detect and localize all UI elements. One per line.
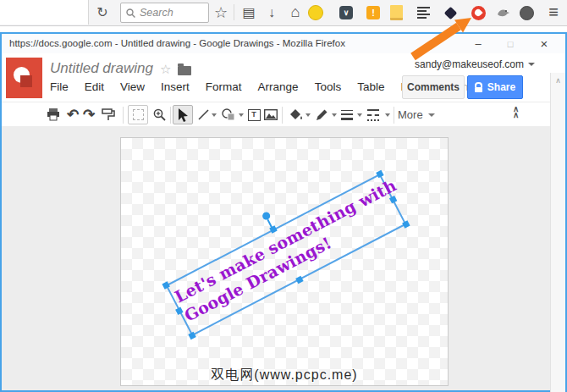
line-color-button[interactable] xyxy=(311,105,332,124)
toolbar-separator xyxy=(123,107,124,124)
line-tool-dropdown[interactable] xyxy=(212,113,217,117)
fill-color-button[interactable] xyxy=(286,105,306,124)
alert-icon: ! xyxy=(366,6,380,19)
addon-inkscape-button[interactable] xyxy=(442,5,459,20)
bird-icon xyxy=(497,7,510,19)
hamburger-menu-button[interactable]: ≡ xyxy=(542,0,565,25)
move-to-folder-icon[interactable] xyxy=(178,66,191,75)
toolbar-separator xyxy=(282,107,283,124)
bookmarks-menu-button[interactable]: ▤ xyxy=(238,0,260,25)
addon-notes-button[interactable] xyxy=(388,5,405,20)
addon-reader-button[interactable] xyxy=(415,5,432,20)
account-menu[interactable]: sandy@makeuseof.com xyxy=(415,58,535,70)
star-icon: ☆ xyxy=(214,3,228,22)
share-button[interactable]: Share xyxy=(467,75,523,99)
shape-tool-button[interactable] xyxy=(218,105,239,124)
resize-handle[interactable] xyxy=(188,332,195,340)
star-document-icon[interactable]: ☆ xyxy=(160,62,171,77)
line-dash-dropdown[interactable] xyxy=(385,113,390,117)
minimize-button[interactable]: – xyxy=(465,34,491,53)
download-icon: ↓ xyxy=(268,5,275,20)
line-weight-dropdown[interactable] xyxy=(357,113,362,117)
print-button[interactable] xyxy=(43,105,63,124)
addon-adblock-button[interactable] xyxy=(518,5,535,20)
inkscape-icon xyxy=(443,6,457,19)
screenshot-root: ↻ Search ☆ ▤ ↓ ⌂ ∨ ! xyxy=(0,0,567,392)
maximize-button[interactable]: □ xyxy=(498,34,523,53)
share-label: Share xyxy=(487,81,515,93)
reload-button[interactable]: ↻ xyxy=(90,0,115,25)
menu-insert[interactable]: Insert xyxy=(161,80,190,93)
menu-edit[interactable]: Edit xyxy=(85,80,104,93)
bookmark-star-button[interactable]: ☆ xyxy=(210,0,232,25)
comments-button[interactable]: Comments xyxy=(402,75,465,99)
downloads-button[interactable]: ↓ xyxy=(260,0,284,25)
line-tool-button[interactable] xyxy=(193,105,213,124)
paint-format-button[interactable] xyxy=(98,105,118,124)
more-button[interactable]: More xyxy=(398,105,435,124)
page-scrollbar[interactable]: ∧ ∨ xyxy=(550,73,565,392)
menu-table[interactable]: Table xyxy=(357,80,384,93)
toolbar-separator xyxy=(170,107,171,124)
close-button[interactable]: × xyxy=(531,34,557,53)
insert-image-button[interactable] xyxy=(261,105,281,124)
addon-bird-button[interactable] xyxy=(495,5,512,20)
redo-icon: ↷ xyxy=(83,108,95,122)
lock-icon xyxy=(475,82,482,92)
resize-handle[interactable] xyxy=(295,276,303,284)
chevron-down-icon xyxy=(428,113,435,117)
text-line-1: Let's make something with xyxy=(171,179,391,307)
addon-hola-button[interactable] xyxy=(470,5,487,20)
select-arrow-icon xyxy=(178,108,189,122)
document-title[interactable]: Untitled drawing xyxy=(50,60,153,77)
rotation-handle[interactable] xyxy=(261,211,271,221)
window-title: https://docs.google.com - Untitled drawi… xyxy=(9,38,345,48)
line-icon xyxy=(197,108,210,121)
select-tool-button[interactable] xyxy=(173,105,193,124)
shape-icon xyxy=(222,108,236,121)
fill-color-dropdown[interactable] xyxy=(306,113,311,117)
chevron-up-icon: ∧ xyxy=(513,112,519,118)
pocket-icon: ∨ xyxy=(339,6,353,19)
search-input[interactable]: Search xyxy=(120,3,209,23)
collapse-toolbar-button[interactable]: ∧ ∧ xyxy=(513,106,519,118)
zoom-in-icon xyxy=(153,108,166,121)
menu-arrange[interactable]: Arrange xyxy=(258,80,299,93)
logo-square xyxy=(20,75,32,87)
resize-handle[interactable] xyxy=(402,220,410,228)
home-button[interactable]: ⌂ xyxy=(284,0,306,25)
menu-tools[interactable]: Tools xyxy=(315,80,342,93)
lightbulb-icon xyxy=(308,5,323,20)
fit-zoom-button[interactable] xyxy=(128,105,148,124)
line-dash-button[interactable] xyxy=(363,105,383,124)
zoom-button[interactable] xyxy=(149,105,169,124)
home-icon: ⌂ xyxy=(291,3,300,21)
menu-format[interactable]: Format xyxy=(206,80,242,93)
scroll-up-icon[interactable]: ∧ xyxy=(551,76,565,85)
menu-view[interactable]: View xyxy=(120,80,145,93)
selected-text-box[interactable]: Let's make something with Google Drawing… xyxy=(165,174,406,336)
firefox-window: https://docs.google.com - Untitled drawi… xyxy=(0,32,567,392)
line-weight-button[interactable] xyxy=(337,105,357,124)
text-box-content: Let's make something with Google Drawing… xyxy=(171,179,400,327)
drawing-canvas[interactable]: Let's make something with Google Drawing… xyxy=(120,137,449,386)
account-email: sandy@makeuseof.com xyxy=(415,58,524,70)
drawings-page: Untitled drawing ☆ sandy@makeuseof.com F… xyxy=(2,53,565,390)
menu-file[interactable]: File xyxy=(50,80,69,93)
redo-button[interactable]: ↷ xyxy=(79,105,99,124)
watermark-text: 双电网(www.pcpc.me) xyxy=(121,367,448,384)
adblock-icon xyxy=(520,6,534,20)
drawings-logo[interactable] xyxy=(6,58,42,98)
sticky-note-icon xyxy=(390,5,403,20)
rotation-stem xyxy=(267,219,272,229)
addon-alert-button[interactable]: ! xyxy=(365,5,382,20)
url-bar[interactable] xyxy=(0,0,89,25)
image-icon xyxy=(264,109,278,120)
resize-handle[interactable] xyxy=(162,281,169,289)
resize-handle[interactable] xyxy=(376,170,383,178)
addon-lightbulb-button[interactable] xyxy=(307,5,324,20)
drawing-toolbar: ↶ ↷ xyxy=(2,102,565,128)
addon-pocket-button[interactable]: ∨ xyxy=(338,5,355,20)
fit-screen-icon xyxy=(133,109,144,120)
reload-icon: ↻ xyxy=(96,4,107,20)
